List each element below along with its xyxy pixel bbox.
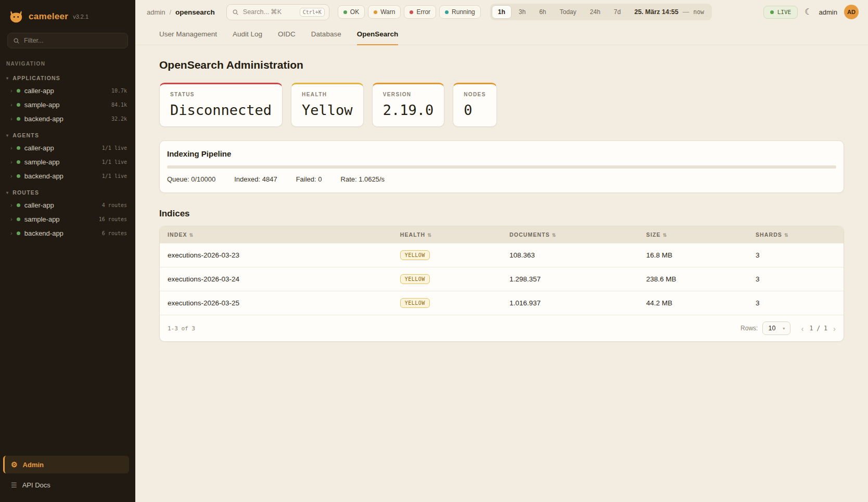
cell-shards: 3 — [748, 291, 844, 315]
cell-shards: 3 — [748, 267, 844, 291]
health-badge: YELLOW — [400, 298, 430, 308]
filter-chip-warn[interactable]: Warn — [368, 5, 401, 19]
sidebar-filter[interactable] — [7, 33, 128, 48]
navigation-label: NAVIGATION — [0, 53, 135, 69]
app-logo[interactable]: cameleer v3.2.1 — [0, 0, 135, 31]
status-dot — [17, 231, 20, 235]
chevron-right-icon: › — [10, 116, 12, 122]
sidebar-item-app-sample[interactable]: › sample-app 84.1k — [0, 98, 135, 112]
column-header-index[interactable]: INDEX⇅ — [160, 226, 392, 243]
section-header-routes[interactable]: ▾ ROUTES — [0, 183, 135, 198]
filter-chip-label: Warn — [380, 8, 395, 16]
sidebar-item-route-sample[interactable]: › sample-app 16 routes — [0, 212, 135, 226]
prev-page-button[interactable]: ‹ — [801, 325, 803, 332]
time-range-today[interactable]: Today — [554, 5, 583, 19]
column-header-size[interactable]: SIZE⇅ — [639, 226, 748, 243]
stat-value: 0 — [464, 102, 486, 118]
main-area: admin / opensearch Ctrl+K OK Warn Error — [135, 0, 868, 502]
time-range-6h[interactable]: 6h — [533, 5, 552, 19]
tab-audit-log[interactable]: Audit Log — [233, 30, 262, 45]
stat-value: 2.19.0 — [383, 102, 434, 118]
filter-chip-label: Error — [416, 8, 430, 16]
sidebar-item-route-caller[interactable]: › caller-app 4 routes — [0, 198, 135, 212]
cell-documents: 108.363 — [502, 243, 639, 267]
sidebar-item-route-backend[interactable]: › backend-app 6 routes — [0, 226, 135, 240]
filter-chip-running[interactable]: Running — [439, 5, 481, 19]
avatar[interactable]: AD — [844, 5, 859, 19]
sidebar-item-admin[interactable]: ⚙ Admin — [3, 456, 129, 473]
status-dot — [17, 217, 20, 221]
breadcrumb-current: opensearch — [175, 8, 215, 16]
column-header-health[interactable]: HEALTH⇅ — [392, 226, 502, 243]
column-header-documents[interactable]: DOCUMENTS⇅ — [502, 226, 639, 243]
count-badge: 10.7k — [111, 88, 127, 94]
sidebar-item-app-backend[interactable]: › backend-app 32.2k — [0, 112, 135, 126]
status-dot — [17, 103, 20, 107]
chevron-right-icon: › — [10, 88, 12, 94]
live-badge: 1/1 live — [102, 173, 127, 179]
sidebar-item-api-docs[interactable]: ☰ API Docs — [5, 477, 129, 494]
breadcrumb-parent[interactable]: admin — [147, 8, 165, 16]
filter-chip-label: Running — [452, 8, 475, 16]
rows-per-page-select[interactable]: 10 ▾ — [762, 321, 790, 335]
table-row[interactable]: executions-2026-03-24 YELLOW 1.298.357 2… — [160, 267, 844, 291]
pipeline-queue: Queue: 0/10000 — [167, 175, 215, 183]
search-input[interactable] — [243, 8, 296, 16]
status-dot — [17, 160, 20, 164]
tab-database[interactable]: Database — [311, 30, 341, 45]
chevron-right-icon: › — [10, 159, 12, 165]
filter-chip-error[interactable]: Error — [404, 5, 436, 19]
caret-down-icon: ▾ — [6, 133, 9, 138]
sort-icon: ⇅ — [784, 233, 789, 238]
count-badge: 84.1k — [111, 102, 127, 108]
stat-cards: STATUS Disconnected HEALTH Yellow VERSIO… — [159, 83, 844, 127]
pagination: ‹ 1 / 1 › — [801, 325, 836, 332]
status-dot — [17, 203, 20, 207]
stat-card-status: STATUS Disconnected — [159, 83, 283, 127]
sidebar-item-label: caller-app — [24, 87, 54, 95]
count-badge: 32.2k — [111, 116, 127, 122]
content: OpenSearch Administration STATUS Disconn… — [135, 45, 868, 502]
sidebar-item-agent-sample[interactable]: › sample-app 1/1 live — [0, 155, 135, 169]
dark-mode-toggle[interactable]: ☾ — [805, 8, 812, 16]
breadcrumb-separator: / — [169, 8, 171, 16]
routes-badge: 16 routes — [99, 216, 127, 222]
next-page-button[interactable]: › — [833, 325, 836, 332]
tab-user-management[interactable]: User Management — [159, 30, 217, 45]
search-icon — [232, 9, 239, 16]
time-range-24h[interactable]: 24h — [584, 5, 607, 19]
shortcut-badge: Ctrl+K — [300, 8, 325, 17]
sidebar-item-agent-backend[interactable]: › backend-app 1/1 live — [0, 169, 135, 183]
column-label: SIZE — [646, 231, 661, 238]
column-label: SHARDS — [756, 231, 782, 238]
sidebar-item-agent-caller[interactable]: › caller-app 1/1 live — [0, 141, 135, 155]
time-range-display[interactable]: 25. März 14:55 — now — [628, 8, 710, 16]
table-row[interactable]: executions-2026-03-23 YELLOW 108.363 16.… — [160, 243, 844, 267]
chevron-right-icon: › — [10, 145, 12, 151]
cell-size: 16.8 MB — [639, 243, 748, 267]
rows-per-page-label: Rows: — [741, 325, 758, 332]
filter-chip-ok[interactable]: OK — [338, 5, 365, 19]
sidebar-item-label: caller-app — [24, 201, 54, 209]
sidebar-item-label: backend-app — [24, 115, 63, 123]
section-label: ROUTES — [12, 189, 39, 196]
time-range-7d[interactable]: 7d — [608, 5, 627, 19]
filter-input[interactable] — [24, 37, 122, 44]
live-badge: 1/1 live — [102, 159, 127, 165]
column-header-shards[interactable]: SHARDS⇅ — [748, 226, 844, 243]
avatar-initials: AD — [847, 9, 856, 15]
sidebar-item-app-caller[interactable]: › caller-app 10.7k — [0, 84, 135, 98]
tab-opensearch[interactable]: OpenSearch — [357, 30, 399, 45]
section-label: AGENTS — [12, 132, 39, 138]
tab-oidc[interactable]: OIDC — [278, 30, 296, 45]
global-search[interactable]: Ctrl+K — [226, 4, 329, 20]
table-row[interactable]: executions-2026-03-25 YELLOW 1.016.937 4… — [160, 291, 844, 315]
live-toggle[interactable]: LIVE — [763, 6, 798, 19]
time-range-1h[interactable]: 1h — [492, 5, 512, 19]
section-header-applications[interactable]: ▾ APPLICATIONS — [0, 69, 135, 84]
chevron-right-icon: › — [10, 216, 12, 222]
time-range-3h[interactable]: 3h — [513, 5, 532, 19]
table-header-row: INDEX⇅ HEALTH⇅ DOCUMENTS⇅ SIZE⇅ SHARDS⇅ — [160, 226, 844, 243]
sidebar-item-label: sample-app — [24, 101, 60, 109]
section-header-agents[interactable]: ▾ AGENTS — [0, 126, 135, 141]
